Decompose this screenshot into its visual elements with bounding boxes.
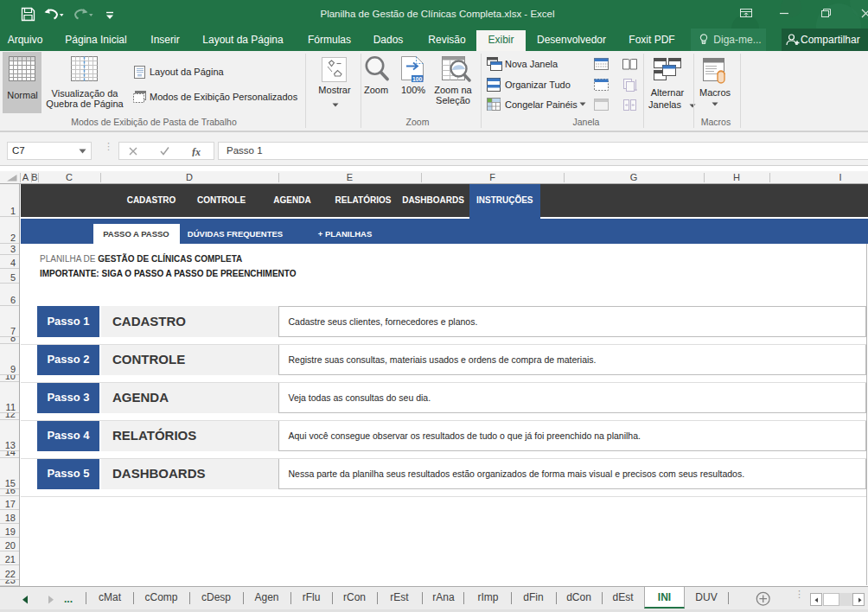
svg-text:fx: fx xyxy=(192,146,201,156)
svg-text:100: 100 xyxy=(412,76,423,82)
